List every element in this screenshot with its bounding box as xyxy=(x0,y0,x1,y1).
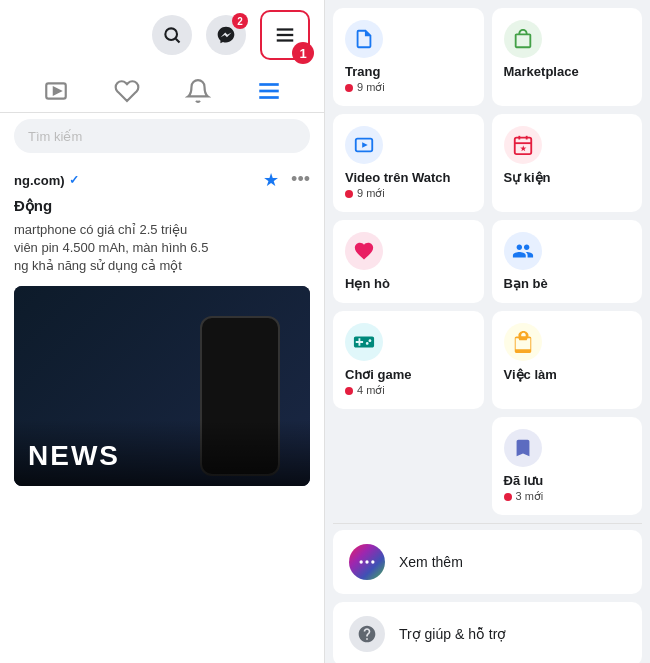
bookmark-icon[interactable]: ★ xyxy=(263,169,279,191)
tile-sukien[interactable]: ★ Sự kiện xyxy=(492,114,643,212)
viecviec-label: Việc làm xyxy=(504,367,631,382)
bande-label: Bạn bè xyxy=(504,276,631,291)
news-label: NEWS xyxy=(28,440,296,472)
trang-label: Trang xyxy=(345,64,472,79)
marketplace-icon xyxy=(504,20,542,58)
daluu-icon xyxy=(504,429,542,467)
choigame-label: Chơi game xyxy=(345,367,472,382)
post-card: ng.com) ✓ ★ ••• Động martphone có giá ch… xyxy=(0,159,324,496)
grid-row-4: Chơi game 4 mới Việc làm xyxy=(333,311,642,409)
separator-1 xyxy=(333,523,642,524)
watch-sub: 9 mới xyxy=(345,187,472,200)
trogiup-label: Trợ giúp & hỗ trợ xyxy=(399,626,506,642)
trang-icon xyxy=(345,20,383,58)
post-actions: ★ ••• xyxy=(263,169,310,191)
post-text: martphone có giá chỉ 2.5 triệu viên pin … xyxy=(14,221,310,276)
svg-marker-6 xyxy=(53,88,60,95)
tile-bande[interactable]: Bạn bè xyxy=(492,220,643,303)
xemthem-label: Xem thêm xyxy=(399,554,463,570)
daluu-sub: 3 mới xyxy=(504,490,631,503)
dot-daluu xyxy=(504,493,512,501)
grid-row-2: Video trên Watch 9 mới ★ Sự kiện xyxy=(333,114,642,212)
nav-menu-small[interactable] xyxy=(256,78,282,104)
tile-trang[interactable]: Trang 9 mới xyxy=(333,8,484,106)
trogiup-icon xyxy=(349,616,385,652)
tile-viecviec[interactable]: Việc làm xyxy=(492,311,643,409)
nav-bell[interactable] xyxy=(185,78,211,104)
post-header: ng.com) ✓ ★ ••• xyxy=(14,169,310,191)
search-placeholder: Tìm kiếm xyxy=(28,129,82,144)
grid-row-1: Trang 9 mới Marketplace xyxy=(333,8,642,106)
post-image: NEWS xyxy=(14,286,310,486)
marketplace-label: Marketplace xyxy=(504,64,631,79)
svg-text:★: ★ xyxy=(520,144,527,153)
left-header: 2 1 xyxy=(0,0,324,70)
grid-row-5: Đã lưu 3 mới xyxy=(333,417,642,515)
nav-like[interactable] xyxy=(114,78,140,104)
grid-row-3: Hẹn hò Bạn bè xyxy=(333,220,642,303)
tile-henho[interactable]: Hẹn hò xyxy=(333,220,484,303)
left-panel: 2 1 xyxy=(0,0,325,663)
watch-label: Video trên Watch xyxy=(345,170,472,185)
tile-daluu[interactable]: Đã lưu 3 mới xyxy=(492,417,643,515)
svg-point-0 xyxy=(165,28,177,40)
sukien-icon: ★ xyxy=(504,126,542,164)
post-title: Động xyxy=(14,197,310,215)
right-panel: Trang 9 mới Marketplace Video xyxy=(325,0,650,663)
svg-marker-11 xyxy=(362,142,368,148)
svg-point-17 xyxy=(360,560,363,563)
svg-point-18 xyxy=(365,560,368,563)
search-fake[interactable]: Tìm kiếm xyxy=(14,119,310,153)
tile-choigame[interactable]: Chơi game 4 mới xyxy=(333,311,484,409)
nav-row xyxy=(0,70,324,113)
bande-icon xyxy=(504,232,542,270)
svg-point-19 xyxy=(371,560,374,563)
xemthem-icon xyxy=(349,544,385,580)
menu-button[interactable]: 1 xyxy=(260,10,310,60)
dot-trang xyxy=(345,84,353,92)
news-overlay: NEWS xyxy=(14,420,310,486)
dot-watch xyxy=(345,190,353,198)
sukien-label: Sự kiện xyxy=(504,170,631,185)
watch-icon xyxy=(345,126,383,164)
search-bar: Tìm kiếm xyxy=(0,113,324,159)
dot-game xyxy=(345,387,353,395)
row-trogiup[interactable]: Trợ giúp & hỗ trợ xyxy=(333,602,642,663)
trang-sub: 9 mới xyxy=(345,81,472,94)
row-xemthem[interactable]: Xem thêm xyxy=(333,530,642,594)
viecviec-icon xyxy=(504,323,542,361)
verified-icon: ✓ xyxy=(69,173,79,187)
tile-marketplace[interactable]: Marketplace xyxy=(492,8,643,106)
henho-label: Hẹn hò xyxy=(345,276,472,291)
messenger-button[interactable]: 2 xyxy=(206,15,246,55)
daluu-label: Đã lưu xyxy=(504,473,631,488)
choigame-icon xyxy=(345,323,383,361)
messenger-badge: 2 xyxy=(232,13,248,29)
henho-icon xyxy=(345,232,383,270)
svg-line-1 xyxy=(176,39,180,43)
step1-label: 1 xyxy=(292,42,314,64)
tile-watch[interactable]: Video trên Watch 9 mới xyxy=(333,114,484,212)
search-button[interactable] xyxy=(152,15,192,55)
nav-video[interactable] xyxy=(43,78,69,104)
choigame-sub: 4 mới xyxy=(345,384,472,397)
more-icon[interactable]: ••• xyxy=(291,169,310,191)
post-source: ng.com) ✓ xyxy=(14,173,79,188)
